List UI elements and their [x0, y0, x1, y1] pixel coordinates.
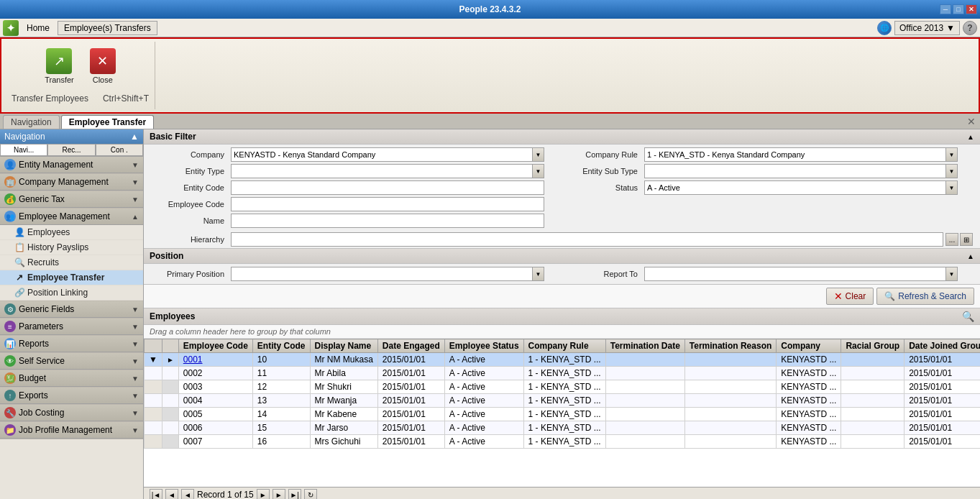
- name-input[interactable]: [231, 214, 544, 228]
- action-row: ✕ Clear 🔍 Refresh & Search: [144, 285, 980, 308]
- sidebar-section-reports-header[interactable]: 📊 Reports ▼: [0, 336, 143, 352]
- filter-collapse-icon[interactable]: ▲: [967, 133, 974, 141]
- sidebar-sub-tab-navi[interactable]: Navi...: [0, 144, 47, 156]
- row-arrow: [162, 421, 178, 435]
- entity-sub-type-dropdown-btn[interactable]: ▼: [945, 165, 957, 178]
- close-ribbon-button[interactable]: ✕ Close: [83, 45, 122, 88]
- col-date-engaged[interactable]: Date Engaged: [377, 339, 444, 353]
- close-icon: ✕: [90, 48, 116, 74]
- sidebar-collapse-icon[interactable]: ▲: [130, 132, 139, 142]
- sidebar-section-company-management-header[interactable]: 🏢 Company Management ▼: [0, 174, 143, 191]
- table-row[interactable]: 0002 11 Mr Abila 2015/01/01 A - Active 1…: [145, 367, 981, 380]
- entity-type-dropdown-btn[interactable]: ▼: [532, 165, 544, 178]
- col-company-rule[interactable]: Company Rule: [523, 339, 605, 353]
- report-to-value: [645, 273, 945, 275]
- maximize-button[interactable]: □: [953, 4, 964, 14]
- employee-management-icon: 👥: [4, 211, 16, 222]
- company-rule-dropdown-btn[interactable]: ▼: [945, 148, 957, 161]
- entity-code-input[interactable]: [231, 180, 544, 195]
- company-rule-dropdown[interactable]: 1 - KENYA_STD - Kenya Standard Company ▼: [644, 147, 958, 162]
- prev-btn[interactable]: ◄: [181, 489, 194, 499]
- cell-racial-group: [841, 408, 905, 421]
- col-employee-code[interactable]: Employee Code: [178, 339, 252, 353]
- table-row[interactable]: 0005 14 Mr Kabene 2015/01/01 A - Active …: [145, 408, 981, 421]
- last-page-btn[interactable]: ►|: [288, 489, 301, 499]
- employee-transfers-menu-button[interactable]: Employee(s) Transfers: [58, 21, 157, 35]
- close-button[interactable]: ✕: [966, 4, 977, 14]
- sidebar-section-entity-management-header[interactable]: 👤 Entity Management ▼: [0, 157, 143, 173]
- sidebar-section-job-profile-header[interactable]: 📁 Job Profile Management ▼: [0, 422, 143, 439]
- table-row[interactable]: 0003 12 Mr Shukri 2015/01/01 A - Active …: [145, 380, 981, 394]
- help-button[interactable]: ?: [963, 21, 977, 35]
- col-termination-reason[interactable]: Termination Reason: [684, 339, 776, 353]
- entity-type-dropdown[interactable]: ▼: [231, 164, 544, 178]
- col-racial-group[interactable]: Racial Group: [841, 339, 905, 353]
- report-to-dropdown[interactable]: ▼: [644, 267, 958, 281]
- sidebar-section-exports-header[interactable]: ↑ Exports ▼: [0, 388, 143, 404]
- table-row[interactable]: 0006 15 Mr Jarso 2015/01/01 A - Active 1…: [145, 421, 981, 435]
- sidebar-section-budget: 💹 Budget ▼: [0, 370, 143, 388]
- table-row[interactable]: 0004 13 Mr Mwanja 2015/01/01 A - Active …: [145, 394, 981, 408]
- status-label: Status: [563, 183, 642, 192]
- sidebar-item-employees[interactable]: 👤 Employees: [0, 225, 143, 240]
- sidebar-item-employee-transfer[interactable]: ↗ Employee Transfer: [0, 270, 143, 285]
- sidebar-section-generic-tax-header[interactable]: 💰 Generic Tax ▼: [0, 191, 143, 208]
- col-date-joined-group[interactable]: Date Joined Group: [905, 339, 980, 353]
- table-row[interactable]: ▼ ► 0001 10 Mr NM Mukasa 2015/01/01 A - …: [145, 353, 981, 367]
- sidebar-sub-tab-rec[interactable]: Rec...: [47, 144, 95, 156]
- col-employee-status[interactable]: Employee Status: [444, 339, 523, 353]
- sidebar-section-employee-management-header[interactable]: 👥 Employee Management ▲: [0, 209, 143, 225]
- sidebar-item-position-linking[interactable]: 🔗 Position Linking: [0, 285, 143, 301]
- col-entity-code[interactable]: Entity Code: [252, 339, 310, 353]
- cell-term-reason: [684, 353, 776, 367]
- primary-position-dropdown-btn[interactable]: ▼: [532, 267, 544, 280]
- status-dropdown[interactable]: A - Active ▼: [644, 180, 958, 195]
- sidebar-item-history-payslips[interactable]: 📋 History Payslips: [0, 240, 143, 255]
- position-collapse-icon[interactable]: ▲: [967, 252, 974, 260]
- sidebar-section-generic-fields-header[interactable]: ⚙ Generic Fields ▼: [0, 301, 143, 318]
- col-termination-date[interactable]: Termination Date: [605, 339, 684, 353]
- table-row[interactable]: 0007 16 Mrs Gichuhi 2015/01/01 A - Activ…: [145, 435, 981, 449]
- app-logo: ✦: [3, 20, 19, 36]
- exports-expand-icon: ▼: [132, 392, 139, 400]
- hierarchy-input[interactable]: [231, 232, 943, 247]
- refresh-btn[interactable]: ↻: [304, 489, 317, 499]
- sidebar-section-budget-header[interactable]: 💹 Budget ▼: [0, 370, 143, 387]
- first-page-btn[interactable]: |◄: [150, 489, 162, 499]
- next-page-btn[interactable]: ►: [273, 489, 285, 499]
- refresh-search-button[interactable]: 🔍 Refresh & Search: [876, 288, 974, 305]
- cell-term-reason: [684, 380, 776, 394]
- col-display-name[interactable]: Display Name: [310, 339, 377, 353]
- sidebar-section-self-service-header[interactable]: 👁 Self Service ▼: [0, 353, 143, 370]
- hierarchy-dots-btn[interactable]: ...: [945, 233, 958, 246]
- office-dropdown[interactable]: Office 2013 ▼: [894, 21, 960, 35]
- next-btn[interactable]: ►: [257, 489, 270, 499]
- employee-code-input[interactable]: [231, 197, 544, 211]
- report-to-dropdown-btn[interactable]: ▼: [945, 267, 957, 280]
- employee-transfer-tab[interactable]: Employee Transfer: [61, 115, 154, 129]
- row-indicator: [145, 421, 162, 435]
- col-company[interactable]: Company: [777, 339, 841, 353]
- tab-close-button[interactable]: ✕: [967, 116, 976, 127]
- hierarchy-tree-btn[interactable]: ⊞: [960, 233, 973, 246]
- navigation-tab[interactable]: Navigation: [3, 115, 60, 129]
- clear-button[interactable]: ✕ Clear: [826, 288, 874, 305]
- entity-sub-type-dropdown[interactable]: ▼: [644, 164, 958, 178]
- company-dropdown-btn[interactable]: ▼: [532, 148, 544, 161]
- data-table-wrapper[interactable]: Employee Code Entity Code Display Name D…: [144, 339, 980, 487]
- sidebar-section-job-costing-header[interactable]: 🔧 Job Costing ▼: [0, 405, 143, 421]
- search-table-icon[interactable]: 🔍: [962, 311, 974, 322]
- company-dropdown[interactable]: KENYASTD - Kenya Standard Company ▼: [231, 147, 544, 162]
- sidebar-item-recruits[interactable]: 🔍 Recruits: [0, 255, 143, 270]
- status-dropdown-btn[interactable]: ▼: [945, 181, 957, 194]
- transfer-ribbon-button[interactable]: ↗ Transfer: [38, 45, 81, 88]
- prev-page-btn[interactable]: ◄: [165, 489, 178, 499]
- sidebar-sub-tab-con[interactable]: Con .: [96, 144, 143, 156]
- sidebar-section-parameters-header[interactable]: ≡ Parameters ▼: [0, 319, 143, 335]
- minimize-button[interactable]: ─: [940, 4, 951, 14]
- home-menu-button[interactable]: Home: [20, 21, 56, 35]
- transfer-icon: ↗: [46, 48, 72, 74]
- primary-position-dropdown[interactable]: ▼: [231, 267, 544, 281]
- row-indicator: [145, 435, 162, 449]
- basic-filter-section: Basic Filter ▲ Company KENYASTD - Kenya …: [144, 129, 980, 249]
